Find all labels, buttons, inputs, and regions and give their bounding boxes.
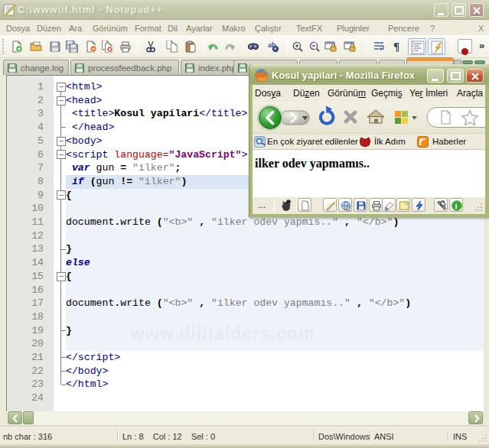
svg-text:¶: ¶ [393,41,399,53]
svg-text:i: i [455,201,458,210]
